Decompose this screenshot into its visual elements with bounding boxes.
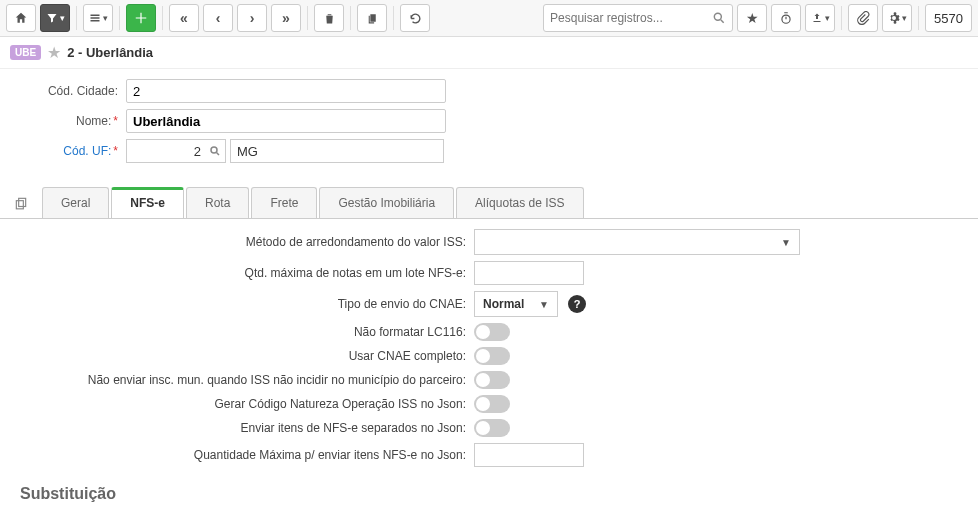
record-header: UBE ★ 2 - Uberlândia — [0, 37, 978, 69]
nao-enviar-insc-toggle[interactable] — [474, 371, 510, 389]
tab-nfse[interactable]: NFS-e — [111, 187, 184, 218]
cod-cidade-label: Cód. Cidade: — [20, 84, 126, 98]
copy-tab-icon[interactable] — [10, 192, 32, 214]
next-button[interactable]: › — [237, 4, 267, 32]
separator — [350, 6, 351, 30]
refresh-button[interactable] — [400, 4, 430, 32]
enviar-itens-separados-toggle[interactable] — [474, 419, 510, 437]
tipo-envio-cnae-select[interactable]: Normal ▼ — [474, 291, 558, 317]
tab-aliquotas-iss[interactable]: Alíquotas de ISS — [456, 187, 583, 218]
search-input[interactable] — [550, 11, 712, 25]
search-records[interactable] — [543, 4, 733, 32]
lookup-icon[interactable] — [209, 145, 221, 157]
list-view-button[interactable]: ▾ — [83, 4, 113, 32]
tab-frete[interactable]: Frete — [251, 187, 317, 218]
record-badge: UBE — [10, 45, 41, 60]
substituicao-section-title: Substituição — [20, 485, 958, 503]
home-button[interactable] — [6, 4, 36, 32]
metodo-arredondamento-label: Método de arredondamento do valor ISS: — [20, 235, 474, 249]
svg-point-1 — [782, 15, 790, 23]
gerar-cod-natureza-label: Gerar Código Natureza Operação ISS no Js… — [20, 397, 474, 411]
metodo-arredondamento-select[interactable]: ▼ — [474, 229, 800, 255]
separator — [76, 6, 77, 30]
cod-uf-desc: MG — [230, 139, 444, 163]
star-icon: ★ — [746, 10, 759, 26]
tab-rota[interactable]: Rota — [186, 187, 249, 218]
first-button[interactable]: « — [169, 4, 199, 32]
separator — [841, 6, 842, 30]
separator — [393, 6, 394, 30]
svg-rect-3 — [19, 198, 26, 206]
settings-button[interactable]: ▾ — [882, 4, 912, 32]
add-button[interactable] — [126, 4, 156, 32]
nao-formatar-lc116-label: Não formatar LC116: — [20, 325, 474, 339]
nome-input[interactable] — [126, 109, 446, 133]
cod-cidade-input[interactable] — [126, 79, 446, 103]
svg-point-0 — [714, 13, 721, 20]
timer-button[interactable] — [771, 4, 801, 32]
help-icon[interactable]: ? — [568, 295, 586, 313]
separator — [119, 6, 120, 30]
separator — [307, 6, 308, 30]
record-count: 5570 — [925, 4, 972, 32]
tab-gestao-imobiliaria[interactable]: Gestão Imobiliária — [319, 187, 454, 218]
qtd-max-lote-input[interactable] — [474, 261, 584, 285]
main-toolbar: ▾ ▾ « ‹ › » ★ — [0, 0, 978, 37]
export-button[interactable]: ▾ — [805, 4, 835, 32]
enviar-itens-separados-label: Enviar itens de NFS-e separados no Json: — [20, 421, 474, 435]
tabs: Geral NFS-e Rota Frete Gestão Imobiliári… — [0, 187, 978, 219]
prev-button[interactable]: ‹ — [203, 4, 233, 32]
page-title: 2 - Uberlândia — [67, 45, 153, 60]
attach-button[interactable] — [848, 4, 878, 32]
nome-label: Nome:* — [20, 114, 126, 128]
svg-rect-4 — [16, 200, 23, 208]
delete-button[interactable] — [314, 4, 344, 32]
nao-formatar-lc116-toggle[interactable] — [474, 323, 510, 341]
favorite-button[interactable]: ★ — [737, 4, 767, 32]
separator — [918, 6, 919, 30]
form-area: Cód. Cidade: Nome:* Cód. UF:* 2 MG — [0, 69, 978, 179]
svg-point-2 — [211, 147, 217, 153]
chevron-down-icon: ▼ — [781, 237, 791, 248]
search-icon — [712, 11, 726, 25]
nao-enviar-insc-label: Não enviar insc. mun. quando ISS não inc… — [20, 373, 474, 387]
cod-uf-input[interactable]: 2 — [126, 139, 226, 163]
tipo-envio-cnae-label: Tipo de envio do CNAE: — [20, 297, 474, 311]
copy-button[interactable] — [357, 4, 387, 32]
cod-uf-label[interactable]: Cód. UF:* — [20, 144, 126, 158]
usar-cnae-completo-label: Usar CNAE completo: — [20, 349, 474, 363]
separator — [162, 6, 163, 30]
star-icon[interactable]: ★ — [47, 43, 61, 62]
tab-geral[interactable]: Geral — [42, 187, 109, 218]
qtd-max-itens-json-label: Quantidade Máxima p/ enviar itens NFS-e … — [20, 448, 474, 462]
gerar-cod-natureza-toggle[interactable] — [474, 395, 510, 413]
usar-cnae-completo-toggle[interactable] — [474, 347, 510, 365]
chevron-down-icon: ▼ — [539, 299, 549, 310]
qtd-max-lote-label: Qtd. máxima de notas em um lote NFS-e: — [20, 266, 474, 280]
last-button[interactable]: » — [271, 4, 301, 32]
filter-button[interactable]: ▾ — [40, 4, 70, 32]
qtd-max-itens-json-input[interactable] — [474, 443, 584, 467]
tab-content-nfse: Método de arredondamento do valor ISS: ▼… — [0, 219, 978, 506]
